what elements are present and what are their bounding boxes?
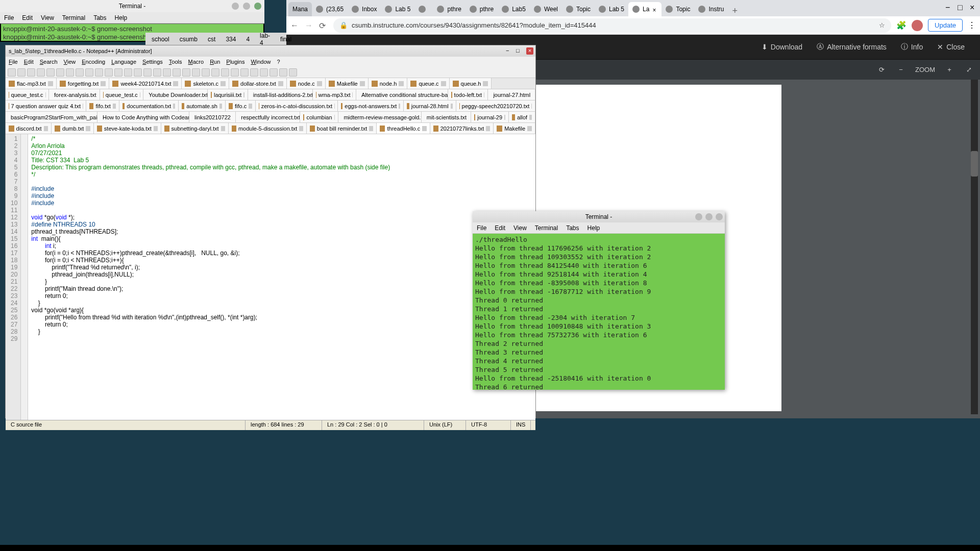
- browser-tab[interactable]: La×: [628, 2, 662, 16]
- editor-tab[interactable]: install-list-additions-2.txt: [248, 89, 313, 100]
- editor-tab[interactable]: mit-scientists.txt: [422, 112, 471, 122]
- tab-close-icon[interactable]: [527, 126, 532, 131]
- editor-tab[interactable]: node.h: [369, 78, 408, 89]
- toolbar-icon[interactable]: [37, 68, 45, 77]
- tab-close-icon[interactable]: [278, 81, 283, 86]
- new-tab-button[interactable]: +: [728, 6, 742, 16]
- editor-tab[interactable]: wma-mp3.txt: [313, 89, 356, 100]
- toolbar-icon[interactable]: [182, 68, 190, 77]
- toolbar-icon[interactable]: [143, 68, 152, 77]
- menu-item[interactable]: Macro: [188, 59, 204, 65]
- menu-item[interactable]: File: [9, 59, 18, 65]
- star-icon[interactable]: ☆: [879, 21, 885, 29]
- tab-close-icon[interactable]: [486, 126, 490, 131]
- browser-tab[interactable]: Weel: [530, 2, 562, 16]
- terminal-body[interactable]: ./threadHello Hello from thread 11769625…: [473, 234, 725, 390]
- tab-close-icon[interactable]: [44, 126, 48, 131]
- taskbar[interactable]: [0, 545, 980, 551]
- tab-close-icon[interactable]: [334, 115, 335, 120]
- tab-close-icon[interactable]: [243, 92, 244, 97]
- menu-item[interactable]: File: [4, 14, 14, 21]
- toolbar-icon[interactable]: [270, 68, 278, 77]
- editor-tab[interactable]: todo-left.txt: [448, 89, 488, 100]
- toolbar-icon[interactable]: [124, 68, 132, 77]
- editor-tab[interactable]: queue.h: [450, 78, 492, 89]
- editor-tab[interactable]: discord.txt: [6, 123, 52, 134]
- menu-item[interactable]: View: [41, 14, 54, 21]
- editor-tab[interactable]: journal-29: [471, 112, 509, 122]
- editor-tab[interactable]: midterm-review-message-gold.txt: [338, 112, 421, 122]
- browser-tab[interactable]: Inbox: [348, 2, 381, 16]
- browser-tab[interactable]: Instru: [694, 2, 728, 16]
- editor-tab[interactable]: Makefile: [326, 78, 369, 89]
- tab-close-icon[interactable]: ×: [652, 7, 657, 12]
- toolbar-icon[interactable]: [46, 68, 55, 77]
- tab-close-icon[interactable]: [399, 104, 400, 109]
- browser-tab[interactable]: Lab 5: [381, 2, 414, 16]
- menu-item[interactable]: Terminal: [535, 224, 558, 232]
- editor-tab[interactable]: module-5-discussion.txt: [229, 123, 307, 134]
- tab-close-icon[interactable]: [399, 81, 404, 86]
- zoom-in-icon[interactable]: +: [944, 66, 954, 73]
- toolbar-icon[interactable]: [17, 68, 26, 77]
- toolbar-icon[interactable]: [114, 68, 122, 77]
- menu-item[interactable]: Language: [111, 59, 136, 65]
- tab-close-icon[interactable]: [483, 81, 488, 86]
- editor-tab[interactable]: links20210722: [189, 112, 236, 122]
- menu-item[interactable]: Terminal: [62, 14, 85, 21]
- menu-item[interactable]: View: [64, 59, 76, 65]
- close-icon[interactable]: ×: [970, 3, 977, 10]
- editor-tab[interactable]: queue_test.c: [100, 89, 143, 100]
- tab-close-icon[interactable]: [529, 115, 532, 120]
- tab-close-icon[interactable]: [219, 104, 222, 109]
- browser-tab[interactable]: pthre: [465, 2, 498, 16]
- menu-item[interactable]: ?: [277, 59, 280, 65]
- tab-close-icon[interactable]: [360, 81, 365, 86]
- browser-tab[interactable]: Topic: [662, 2, 694, 16]
- toolbar-icon[interactable]: [173, 68, 181, 77]
- toolbar-icon[interactable]: [85, 68, 93, 77]
- refresh-icon[interactable]: ⟳: [876, 66, 887, 73]
- close-button[interactable]: ✕Close: [937, 43, 965, 51]
- browser-tab[interactable]: Lab5: [498, 2, 530, 16]
- menu-item[interactable]: Settings: [142, 59, 163, 65]
- editor-tab[interactable]: respectfully incorrect.txt: [236, 112, 300, 122]
- toolbar-icon[interactable]: [202, 68, 210, 77]
- toolbar-icon[interactable]: [105, 68, 113, 77]
- editor-tab[interactable]: 7 question answer quiz 4.txt: [6, 101, 86, 111]
- info-button[interactable]: ⓘInfo: [901, 42, 923, 52]
- menu-item[interactable]: Tabs: [566, 224, 579, 232]
- editor-tab[interactable]: queue.c: [407, 78, 449, 89]
- minimize-icon[interactable]: −: [945, 3, 952, 10]
- forward-icon[interactable]: →: [305, 21, 314, 30]
- tab-close-icon[interactable]: [83, 104, 83, 109]
- menu-item[interactable]: Tabs: [93, 14, 106, 21]
- code-area[interactable]: /* Arlon Arriola 07/27/2021 Title: CST 3…: [28, 134, 535, 420]
- maximize-icon[interactable]: □: [516, 47, 523, 55]
- tab-close-icon[interactable]: [451, 104, 453, 109]
- tab-close-icon[interactable]: [113, 104, 116, 109]
- editor-tab[interactable]: eggs-not-answers.txt: [338, 101, 404, 111]
- editor-tab[interactable]: dollar-store.txt: [229, 78, 287, 89]
- toolbar-icon[interactable]: [221, 68, 229, 77]
- toolbar-icon[interactable]: [260, 68, 268, 77]
- back-icon[interactable]: ←: [290, 21, 300, 30]
- toolbar-icon[interactable]: [163, 68, 171, 77]
- editor-tab[interactable]: Alternative conditional structure-backup…: [356, 89, 448, 100]
- browser-tab[interactable]: [414, 2, 433, 16]
- editor-tab[interactable]: node.c: [287, 78, 326, 89]
- editor-tab[interactable]: subnetting-daryl.txt: [161, 123, 229, 134]
- tab-close-icon[interactable]: [441, 81, 446, 86]
- tab-close-icon[interactable]: [504, 115, 505, 120]
- editor-tab[interactable]: queue_test.c: [6, 89, 49, 100]
- maximize-icon[interactable]: [243, 3, 250, 10]
- editor-tab[interactable]: laqurisiii.txt: [208, 89, 248, 100]
- browser-tab[interactable]: pthre: [433, 2, 465, 16]
- tab-close-icon[interactable]: [484, 92, 484, 97]
- editor-tab[interactable]: Makefile: [494, 123, 535, 134]
- toolbar-icon[interactable]: [192, 68, 200, 77]
- tab-close-icon[interactable]: [422, 126, 427, 131]
- alt-formats-button[interactable]: ⒶAlternative formats: [817, 42, 887, 52]
- tab-close-icon[interactable]: [531, 104, 532, 109]
- menu-item[interactable]: Edit: [22, 14, 33, 21]
